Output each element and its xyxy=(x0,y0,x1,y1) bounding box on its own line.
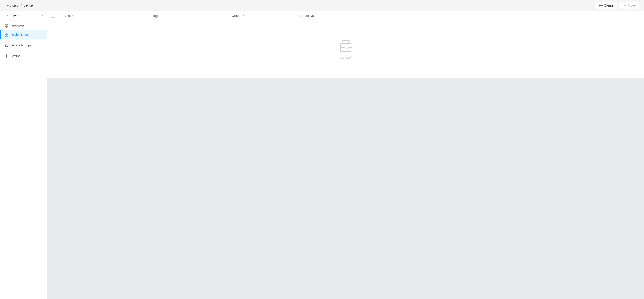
svg-rect-11 xyxy=(5,35,6,36)
data-table: Name Tags Group xyxy=(48,11,644,78)
device-lists-icon xyxy=(4,33,8,37)
svg-rect-12 xyxy=(6,35,8,36)
setting-icon xyxy=(4,54,8,58)
project-selector-label: my project xyxy=(4,13,18,17)
move-label: Move xyxy=(628,3,636,7)
th-name-label: Name xyxy=(62,14,71,17)
sidebar-item-label-device-lists: Device Lists xyxy=(10,33,28,36)
sidebar-item-device-groups[interactable]: Device Groups xyxy=(0,41,47,50)
breadcrumb-separator: / xyxy=(21,3,22,7)
sidebar-item-label-setting: Setting xyxy=(10,54,20,58)
main-layout: my project ▾ Overview xyxy=(0,11,644,299)
header-actions: Create Move xyxy=(595,2,640,9)
plus-circle-icon xyxy=(599,3,603,7)
th-create-date-label: Create Date xyxy=(300,14,316,17)
svg-rect-8 xyxy=(6,26,8,28)
content-area: Name Tags Group xyxy=(48,11,644,299)
top-header: my project / device Create Move xyxy=(0,0,644,11)
sidebar-item-overview[interactable]: Overview xyxy=(0,22,47,30)
nav-divider xyxy=(0,40,47,40)
device-groups-icon xyxy=(4,43,8,47)
th-group[interactable]: Group ▼ xyxy=(228,11,296,21)
table-body: No Data xyxy=(48,21,644,78)
name-sort-icon[interactable] xyxy=(72,15,74,17)
th-checkbox xyxy=(48,11,59,21)
sidebar-item-label-overview: Overview xyxy=(10,24,24,28)
svg-point-14 xyxy=(6,55,7,57)
svg-marker-13 xyxy=(5,44,8,47)
select-all-checkbox[interactable] xyxy=(51,14,55,17)
nav-divider-2 xyxy=(0,50,47,51)
grid-icon xyxy=(4,24,8,28)
filter-icon[interactable]: ▼ xyxy=(242,14,244,17)
table-container: Name Tags Group xyxy=(48,11,644,78)
empty-state: No Data xyxy=(48,21,644,78)
svg-rect-7 xyxy=(5,26,6,28)
nav-list: Overview Device Lists xyxy=(0,20,47,62)
empty-text: No Data xyxy=(340,56,351,60)
move-button[interactable]: Move xyxy=(619,2,640,9)
th-tags: Tags xyxy=(149,11,228,21)
sort-down-icon xyxy=(72,16,74,17)
breadcrumb: my project / device xyxy=(4,3,33,7)
svg-rect-10 xyxy=(6,33,8,34)
create-button[interactable]: Create xyxy=(595,2,617,9)
sort-up-icon xyxy=(72,15,74,16)
sidebar-item-device-lists[interactable]: Device Lists xyxy=(0,30,47,39)
th-name[interactable]: Name xyxy=(59,11,149,21)
plus-icon xyxy=(623,3,626,7)
th-group-label: Group xyxy=(232,14,240,17)
sidebar-item-setting[interactable]: Setting xyxy=(0,52,47,60)
sidebar-item-label-device-groups: Device Groups xyxy=(10,43,32,47)
create-label: Create xyxy=(604,3,614,7)
svg-rect-5 xyxy=(5,24,6,26)
empty-inbox-icon xyxy=(338,39,353,53)
svg-rect-9 xyxy=(5,33,6,34)
breadcrumb-current: device xyxy=(24,3,32,7)
svg-rect-6 xyxy=(6,24,8,26)
th-tags-label: Tags xyxy=(153,14,160,17)
chevron-down-icon: ▾ xyxy=(42,14,44,17)
table-header: Name Tags Group xyxy=(48,11,644,21)
breadcrumb-project[interactable]: my project xyxy=(4,3,19,7)
sidebar: my project ▾ Overview xyxy=(0,11,48,299)
th-create-date: Create Date xyxy=(296,11,644,21)
project-selector[interactable]: my project ▾ xyxy=(0,11,47,20)
